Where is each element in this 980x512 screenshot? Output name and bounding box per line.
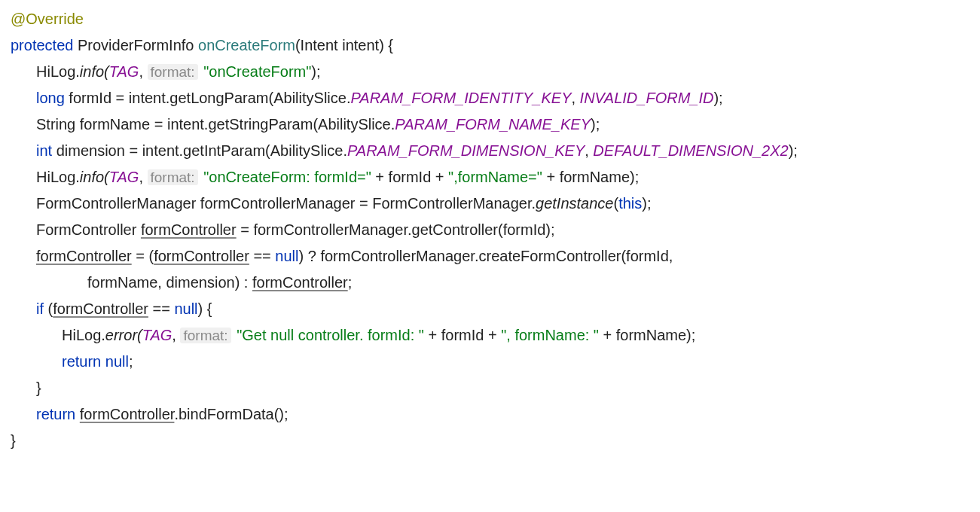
decl-dimension: dimension = intent.getIntParam(AbilitySl…: [52, 142, 347, 159]
if-open: (: [44, 300, 53, 317]
call-info: info(: [80, 169, 109, 185]
close: );: [311, 63, 320, 80]
eqeq: ==: [249, 248, 275, 264]
call-info: info(: [80, 63, 109, 80]
code-line: if (formController == null) {: [11, 296, 969, 322]
decl-fcm: FormControllerManager formControllerMana…: [36, 195, 536, 212]
const-TAG: TAG: [109, 63, 139, 80]
code-line: }: [11, 428, 969, 454]
decl-formcontroller-pre: FormController: [36, 221, 141, 238]
param-hint-format: format:: [148, 64, 198, 80]
semicolon: ;: [348, 274, 353, 291]
concat-end: + formName);: [542, 169, 639, 185]
kw-null: null: [174, 300, 197, 317]
call-getInstance: getInstance: [536, 195, 613, 212]
code-snippet: @Override protected ProviderFormInfo onC…: [0, 0, 980, 468]
decl-formName: String formName = intent.getStringParam(…: [36, 116, 395, 133]
var-formController: formController: [53, 300, 148, 317]
kw-return: return: [36, 406, 75, 422]
string-get-null: "Get null controller. formId: ": [237, 327, 424, 343]
const-DEFAULT_DIMENSION_2X2: DEFAULT_DIMENSION_2X2: [593, 142, 788, 159]
type-ProviderFormInfo: ProviderFormInfo: [78, 37, 194, 53]
const-INVALID_FORM_ID: INVALID_FORM_ID: [580, 90, 714, 106]
code-line: HiLog.info(TAG, format: "onCreateForm");: [11, 59, 969, 85]
brace-close: }: [11, 432, 16, 449]
close: );: [713, 90, 722, 106]
var-formController: formController: [252, 274, 348, 291]
close: );: [789, 142, 798, 159]
code-line: protected ProviderFormInfo onCreateForm(…: [11, 32, 969, 59]
concat: + formId +: [424, 327, 501, 343]
code-line: formController = (formController == null…: [11, 243, 969, 270]
code-line: FormControllerManager formControllerMana…: [11, 190, 969, 217]
class-HiLog: HiLog: [62, 327, 101, 343]
kw-return: return: [62, 353, 101, 370]
code-line: return formController.bindFormData();: [11, 401, 969, 428]
kw-int: int: [36, 142, 52, 159]
decl-formId: formId = intent.getLongParam(AbilitySlic…: [65, 90, 351, 106]
code-line: @Override: [11, 6, 969, 32]
string-formName-key: ",formName=": [448, 169, 542, 185]
code-line: formName, dimension) : formController;: [11, 270, 969, 296]
code-line: String formName = intent.getStringParam(…: [11, 111, 969, 138]
annotation-override: @Override: [11, 11, 84, 27]
var-formController: formController: [36, 248, 132, 264]
kw-this: this: [618, 195, 642, 212]
const-PARAM_FORM_NAME_KEY: PARAM_FORM_NAME_KEY: [395, 116, 591, 133]
code-line: return null;: [11, 349, 969, 375]
concat-end: + formName);: [599, 327, 695, 343]
string-formName-sp: ", formName: ": [501, 327, 599, 343]
comma: ,: [585, 142, 593, 159]
var-formController: formController: [141, 221, 237, 238]
decl-formcontroller-post: = formControllerManager.getController(fo…: [237, 221, 555, 238]
const-PARAM_FORM_IDENTITY_KEY: PARAM_FORM_IDENTITY_KEY: [350, 90, 571, 106]
comma: ,: [172, 327, 180, 343]
code-line: FormController formController = formCont…: [11, 217, 969, 243]
assign-pre: = (: [132, 248, 154, 264]
return-tail: .bindFormData();: [174, 406, 288, 422]
comma: ,: [571, 90, 579, 106]
close: );: [642, 195, 651, 212]
ternary-line2-pre: formName, dimension) :: [87, 274, 252, 291]
class-HiLog: HiLog: [36, 63, 75, 80]
close: );: [591, 116, 600, 133]
var-formController: formController: [80, 406, 175, 422]
code-line: }: [11, 375, 969, 401]
code-line: long formId = intent.getLongParam(Abilit…: [11, 85, 969, 111]
string-onCreateFormPrefix: "onCreateForm: formId=": [203, 169, 371, 185]
eqeq: ==: [148, 300, 174, 317]
code-line: int dimension = intent.getIntParam(Abili…: [11, 138, 969, 164]
const-TAG: TAG: [142, 327, 172, 343]
kw-if: if: [36, 300, 44, 317]
param-hint-format: format:: [180, 328, 230, 343]
concat: + formId +: [371, 169, 448, 185]
comma: ,: [139, 63, 147, 80]
brace-close: }: [36, 379, 41, 396]
semicolon: ;: [129, 353, 133, 370]
const-PARAM_FORM_DIMENSION_KEY: PARAM_FORM_DIMENSION_KEY: [347, 142, 585, 159]
kw-long: long: [36, 90, 65, 106]
ternary-q: ) ? formControllerManager.createFormCont…: [298, 248, 673, 264]
kw-null: null: [105, 353, 129, 370]
method-onCreateForm: onCreateForm: [198, 37, 295, 53]
string-onCreateForm: "onCreateForm": [203, 63, 311, 80]
kw-null: null: [275, 248, 298, 264]
sig-params: (Intent intent) {: [295, 37, 393, 53]
code-line: HiLog.info(TAG, format: "onCreateForm: f…: [11, 164, 969, 190]
param-hint-format: format:: [148, 169, 198, 185]
code-line: HiLog.error(TAG, format: "Get null contr…: [11, 322, 969, 349]
var-formController: formController: [154, 248, 249, 264]
if-close: ) {: [198, 300, 212, 317]
const-TAG: TAG: [109, 169, 139, 185]
class-HiLog: HiLog: [36, 169, 75, 185]
call-error: error(: [105, 327, 142, 343]
kw-protected: protected: [11, 37, 73, 53]
comma: ,: [139, 169, 147, 185]
